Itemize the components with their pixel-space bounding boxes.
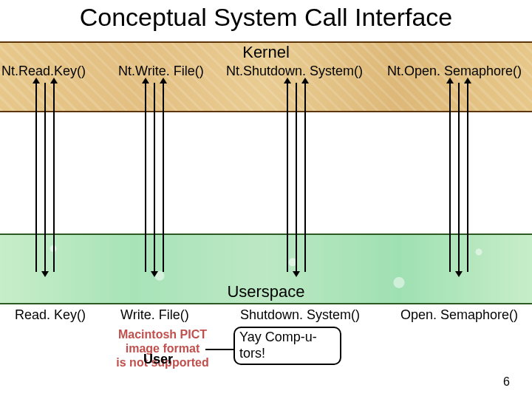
user-api-1: Write. File() bbox=[120, 307, 189, 323]
user-api-2: Shutdown. System() bbox=[240, 307, 360, 323]
kernel-api-3: Nt.Open. Semaphore() bbox=[387, 64, 522, 79]
user-api-3: Open. Semaphore() bbox=[400, 307, 518, 323]
user-api-0: Read. Key() bbox=[15, 307, 86, 323]
kernel-api-2: Nt.Shutdown. System() bbox=[226, 64, 363, 79]
userspace-title: Userspace bbox=[227, 282, 304, 301]
pict-line-1: Macintosh PICT bbox=[103, 327, 222, 341]
kernel-title: Kernel bbox=[242, 43, 290, 62]
kernel-api-0: Nt.Read.Key() bbox=[1, 64, 86, 79]
page-title: Conceptual System Call Interface bbox=[0, 3, 532, 32]
speech-bubble: Yay Comp-u-tors! bbox=[233, 327, 341, 365]
kernel-api-1: Nt.Write. File() bbox=[118, 64, 204, 79]
userspace-band: Userspace bbox=[0, 233, 532, 304]
slide-number: 6 bbox=[503, 375, 510, 389]
user-actor-label: User bbox=[143, 352, 173, 367]
